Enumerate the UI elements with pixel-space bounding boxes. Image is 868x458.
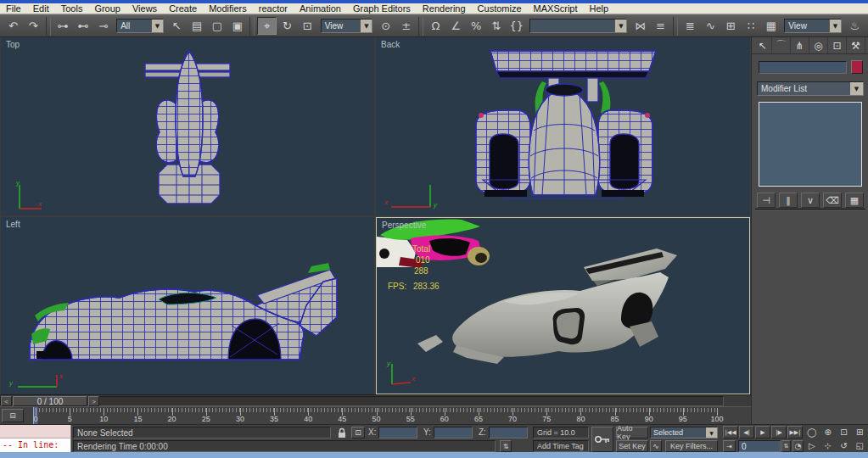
viewport-left[interactable]: Left bbox=[1, 217, 374, 394]
undo-icon[interactable]: ↶ bbox=[3, 17, 23, 35]
listener-pane[interactable]: -- In line: bbox=[0, 438, 70, 452]
menu-customize[interactable]: Customize bbox=[472, 3, 528, 14]
select-by-name-icon[interactable]: ▤ bbox=[188, 17, 207, 35]
rectangular-selection-region-icon[interactable]: ▢ bbox=[208, 17, 227, 35]
render-preset-dropdown[interactable]: View▼ bbox=[784, 19, 842, 33]
mini-curve-editor-button[interactable]: ⊟ bbox=[2, 409, 24, 422]
tab-create[interactable]: ↖ bbox=[753, 37, 772, 53]
unlink-selection-icon[interactable]: ⊷ bbox=[74, 17, 93, 35]
menu-edit[interactable]: Edit bbox=[27, 3, 55, 14]
zoom-extents-all-icon[interactable]: ⊞ bbox=[852, 426, 867, 438]
angle-snap-toggle-icon[interactable]: ∠ bbox=[446, 17, 466, 35]
edit-named-selection-sets-icon[interactable]: {} bbox=[507, 17, 526, 35]
viewport-perspective[interactable]: Perspective bbox=[376, 217, 750, 394]
mirror-icon[interactable]: ⋈ bbox=[630, 17, 650, 35]
configure-modifier-sets-button[interactable]: ▦ bbox=[845, 193, 864, 208]
bind-to-space-warp-icon[interactable]: ⊸ bbox=[93, 17, 113, 35]
viewport-label-perspective[interactable]: Perspective bbox=[382, 221, 426, 230]
current-frame-field[interactable]: 0 bbox=[738, 440, 781, 452]
curve-editor-icon[interactable]: ∿ bbox=[701, 17, 720, 35]
menu-animation[interactable]: Animation bbox=[294, 3, 347, 14]
maxscript-mini-listener[interactable]: -- In line: bbox=[0, 425, 71, 453]
selection-filter-dropdown[interactable]: All▼ bbox=[116, 19, 164, 33]
field-of-view-icon[interactable]: ▷ bbox=[804, 439, 820, 452]
add-time-tag[interactable]: Add Time Tag bbox=[533, 440, 589, 452]
viewport-label-top[interactable]: Top bbox=[6, 40, 20, 49]
next-frame-button[interactable]: |▶ bbox=[771, 426, 787, 438]
quick-render-icon[interactable]: ♨ bbox=[845, 17, 865, 35]
tab-motion[interactable]: ◎ bbox=[809, 37, 828, 53]
time-slider-handle[interactable]: 0 / 100 bbox=[13, 396, 87, 406]
y-coordinate-field[interactable] bbox=[434, 427, 473, 438]
align-icon[interactable]: ≡ bbox=[651, 17, 670, 35]
auto-key-button[interactable]: Auto Key bbox=[616, 427, 648, 438]
absolute-offset-mode-icon[interactable]: ⊡ bbox=[351, 427, 365, 438]
tab-hierarchy[interactable]: ⋔ bbox=[791, 37, 809, 53]
dropdown-arrow-icon[interactable]: ▼ bbox=[360, 20, 372, 32]
select-and-rotate-icon[interactable]: ↻ bbox=[277, 17, 297, 35]
viewport-label-left[interactable]: Left bbox=[6, 220, 20, 229]
menu-reactor[interactable]: reactor bbox=[253, 3, 294, 14]
pin-stack-button[interactable]: ⊣ bbox=[757, 193, 776, 208]
next-frame-arrow[interactable]: > bbox=[88, 396, 99, 406]
zoom-all-icon[interactable]: ⊕ bbox=[820, 426, 836, 438]
time-configuration-icon[interactable]: ◔ bbox=[792, 440, 804, 452]
key-mode-dropdown[interactable]: Selected ▼ bbox=[650, 427, 718, 438]
make-unique-button[interactable]: ∨ bbox=[801, 193, 820, 208]
zoom-extents-icon[interactable]: ⊡ bbox=[837, 426, 852, 438]
snaps-toggle-icon[interactable]: Ω bbox=[426, 17, 445, 35]
select-and-manipulate-icon[interactable]: ± bbox=[396, 17, 416, 35]
window-crossing-icon[interactable]: ▣ bbox=[227, 17, 247, 35]
menu-views[interactable]: Views bbox=[126, 3, 163, 14]
previous-frame-arrow[interactable]: < bbox=[1, 396, 12, 406]
menu-create[interactable]: Create bbox=[163, 3, 203, 14]
show-end-result-button[interactable]: ‖ bbox=[779, 193, 798, 208]
zoom-icon[interactable]: ◯ bbox=[804, 426, 820, 438]
select-and-link-icon[interactable]: ⊶ bbox=[53, 17, 73, 35]
set-key-button[interactable]: Set Key bbox=[616, 440, 648, 452]
prompt-arrows-icon[interactable]: ⇅ bbox=[500, 440, 512, 452]
menu-modifiers[interactable]: Modifiers bbox=[203, 3, 253, 14]
use-pivot-point-center-icon[interactable]: ⊙ bbox=[376, 17, 395, 35]
default-in-out-tangents-icon[interactable]: ∿ bbox=[650, 440, 662, 452]
frame-spinner[interactable]: ⇅ bbox=[781, 440, 791, 452]
render-setup-icon[interactable]: ▦ bbox=[762, 17, 781, 35]
schematic-view-icon[interactable]: ⊞ bbox=[721, 17, 741, 35]
viewport-back[interactable]: Back bbox=[376, 37, 750, 215]
tab-modify[interactable]: ⌒ bbox=[772, 37, 791, 53]
object-color-swatch[interactable] bbox=[851, 60, 863, 74]
dropdown-arrow-icon[interactable]: ▼ bbox=[706, 427, 717, 438]
modifier-list-dropdown[interactable]: Modifier List ▼ bbox=[757, 81, 864, 96]
menu-rendering[interactable]: Rendering bbox=[417, 3, 472, 14]
selection-lock-icon[interactable] bbox=[337, 427, 347, 438]
menu-tools[interactable]: Tools bbox=[55, 3, 89, 14]
dropdown-arrow-icon[interactable]: ▼ bbox=[850, 82, 863, 95]
layer-manager-icon[interactable]: ≣ bbox=[680, 17, 700, 35]
redo-icon[interactable]: ↷ bbox=[24, 17, 43, 35]
dropdown-arrow-icon[interactable]: ▼ bbox=[151, 20, 163, 32]
timeline-ruler[interactable]: 0510152025303540455055606570758085909510… bbox=[25, 407, 724, 425]
go-to-end-button[interactable]: ▶▶| bbox=[787, 426, 803, 438]
key-filters-button[interactable]: Key Filters... bbox=[665, 440, 718, 452]
percent-snap-toggle-icon[interactable]: % bbox=[467, 17, 486, 35]
previous-frame-button[interactable]: ◀| bbox=[739, 426, 754, 438]
menu-help[interactable]: Help bbox=[584, 3, 615, 14]
menu-file[interactable]: File bbox=[0, 3, 27, 14]
time-slider-track[interactable] bbox=[0, 396, 724, 406]
remove-modifier-button[interactable]: ⌫ bbox=[823, 193, 842, 208]
object-name-field[interactable] bbox=[759, 61, 847, 74]
key-mode-toggle-icon[interactable]: ⇥ bbox=[723, 440, 736, 452]
select-and-move-icon[interactable]: ⌖ bbox=[257, 17, 277, 35]
go-to-start-button[interactable]: |◀◀ bbox=[723, 426, 738, 438]
play-button[interactable]: ▶ bbox=[755, 426, 770, 438]
modifier-stack[interactable] bbox=[759, 102, 862, 187]
dropdown-arrow-icon[interactable]: ▼ bbox=[614, 20, 626, 32]
macro-recorder-pane[interactable] bbox=[0, 425, 70, 438]
menu-graph-editors[interactable]: Graph Editors bbox=[347, 3, 417, 14]
select-object-icon[interactable]: ↖ bbox=[167, 17, 187, 35]
menu-group[interactable]: Group bbox=[88, 3, 126, 14]
material-editor-icon[interactable]: ∷ bbox=[742, 17, 761, 35]
tab-utilities[interactable]: ⚒ bbox=[847, 37, 865, 53]
min-max-toggle-icon[interactable]: ◱ bbox=[852, 439, 867, 452]
menu-maxscript[interactable]: MAXScript bbox=[528, 3, 584, 14]
